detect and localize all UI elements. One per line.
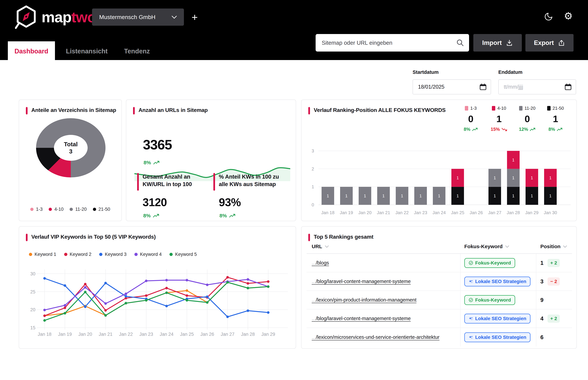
bar-legend-value: 1 [496, 113, 502, 124]
svg-text:Jan 23: Jan 23 [414, 210, 427, 215]
url-link[interactable]: .../blog/laravel-content-management-syst… [312, 279, 411, 284]
donut-center: Total 3 [54, 135, 88, 161]
client-dropdown[interactable]: Mustermensch GmbH [92, 8, 184, 26]
export-button[interactable]: Export [525, 34, 573, 52]
column-header-url[interactable]: URL [307, 244, 461, 249]
legend-label: 4-10 [497, 106, 506, 111]
badge-label: Fokus-Keyword [475, 260, 511, 266]
bar-legend-key: 4-10 [492, 106, 506, 111]
card-url-count: Anzahl an URLs in Sitemap 3365 8% Gesamt… [126, 99, 296, 221]
svg-text:Jan 18: Jan 18 [38, 332, 51, 337]
delta-value: 15% [491, 127, 500, 132]
legend-label: 1-3 [36, 207, 42, 212]
chevron-down-icon [325, 246, 329, 248]
legend-label: 21-50 [553, 106, 564, 111]
submetric-value: 93% [219, 196, 288, 209]
svg-text:1: 1 [456, 175, 459, 180]
submetric-value: 3120 [143, 196, 212, 209]
column-header-fokus-keyword[interactable]: Fokus-Keyword [461, 244, 536, 249]
svg-text:Jan 21: Jan 21 [99, 332, 113, 337]
url-path: /lexicon/pim-product-information-managem… [316, 297, 417, 303]
import-button-label: Import [482, 39, 502, 46]
add-project-button[interactable]: + [188, 10, 201, 24]
trending-up-icon [557, 127, 563, 132]
svg-text:1: 1 [512, 175, 514, 180]
url-cell: .../lexicon/microservices-und-service-or… [307, 328, 461, 346]
lokale-seo-badge: Lokale SEO Strategien [464, 314, 531, 323]
accent-bar [133, 107, 135, 114]
url-prefix: ... [312, 279, 316, 284]
card-top-rankings: Top 5 Rankings gesamt URL Fokus-Keyword … [301, 226, 577, 349]
fokus-keyword-badge: Fokus-Keyword [464, 295, 515, 305]
card-vip-keywords: Verlauf VIP Keywords in Top 50 (5 VIP Ke… [19, 226, 296, 349]
delta-value: 12% [519, 127, 528, 132]
brand-word-map: map [41, 9, 71, 25]
tab-listenansicht[interactable]: Listenansicht [61, 41, 112, 61]
start-date-input[interactable] [413, 79, 491, 95]
legend-label: 11-20 [525, 106, 536, 111]
upload-icon [558, 39, 565, 46]
end-date-input[interactable] [498, 79, 576, 95]
card-directory-share: Anteile an Verzeichnis in Sitemap Total … [19, 99, 122, 221]
url-cell: .../blog/laravel-content-management-syst… [307, 272, 461, 290]
legend-label: Keyword 2 [70, 252, 92, 257]
bar-legend-value: 0 [525, 113, 530, 124]
bar-legend-delta: 8% [464, 127, 478, 132]
app-header: maptwo Mustermensch GmbH + ⚙ Dashboard L… [0, 0, 588, 60]
fokus-keyword-cell: Lokale SEO Strategien [461, 328, 536, 346]
check-circle-icon [469, 298, 473, 302]
client-dropdown-value: Mustermensch GmbH [99, 14, 155, 20]
url-prefix: ... [312, 334, 316, 340]
url-link[interactable]: .../lexicon/microservices-und-service-or… [312, 334, 439, 340]
theme-toggle-button[interactable] [543, 11, 554, 22]
column-header-position[interactable]: Position [536, 244, 572, 249]
chevron-down-icon [172, 16, 177, 19]
table-body: .../blogsFokus-Keyword1+ 2.../blog/larav… [307, 254, 572, 346]
sitemap-search-input[interactable] [316, 34, 469, 52]
svg-text:1: 1 [312, 184, 314, 189]
svg-text:Jan 27: Jan 27 [221, 332, 234, 337]
svg-text:1: 1 [549, 175, 551, 180]
download-icon [506, 39, 513, 46]
svg-text:1: 1 [531, 193, 533, 198]
submetric-title: Gesamt Anzahl anKW/URL in top 100 [143, 173, 192, 191]
url-path: /blog/laravel-content-management-systeme [316, 279, 411, 284]
line-legend-item: Keyword 4 [134, 252, 162, 257]
import-button[interactable]: Import [473, 34, 522, 52]
svg-text:1: 1 [549, 193, 551, 198]
legend-swatch [465, 106, 468, 111]
svg-text:Jan 28: Jan 28 [241, 332, 255, 337]
legend-label: Keyword 3 [105, 252, 127, 257]
card-title: Verlauf Ranking-Position ALLE FOKUS KEYW… [314, 107, 446, 113]
card-title: Verlauf VIP Keywords in Top 50 (5 VIP Ke… [31, 234, 156, 240]
table-row: .../blogsFokus-Keyword1+ 2 [307, 254, 572, 272]
legend-label: Keyword 5 [175, 252, 197, 257]
accent-bar [26, 234, 28, 241]
url-link[interactable]: .../blog/laravel-content-management-syst… [312, 316, 411, 321]
tab-tendenz[interactable]: Tendenz [119, 41, 155, 61]
svg-text:Jan 30: Jan 30 [544, 210, 557, 215]
position-value: 6 [540, 334, 543, 341]
legend-label: Keyword 1 [35, 252, 56, 257]
trending-up-icon [153, 213, 159, 218]
delta-value: 8% [143, 213, 151, 219]
svg-text:1: 1 [345, 193, 347, 198]
url-link[interactable]: .../blogs [312, 260, 329, 266]
svg-text:Jan 29: Jan 29 [525, 210, 538, 215]
card-title-row: Anzahl an URLs in Sitemap [133, 107, 208, 114]
end-date-label: Enddatum [498, 69, 576, 75]
url-path: /blog/laravel-content-management-systeme [316, 316, 411, 321]
fokus-keyword-cell: Lokale SEO Strategien [461, 309, 536, 328]
delta-value: 8% [548, 127, 555, 132]
tab-dashboard[interactable]: Dashboard [8, 41, 55, 61]
url-link[interactable]: .../lexicon/pim-product-information-mana… [312, 297, 417, 303]
lokale-seo-badge: Lokale SEO Strategien [464, 277, 531, 286]
svg-text:Jan 20: Jan 20 [358, 210, 372, 215]
bar-legend-value: 0 [468, 113, 473, 124]
svg-text:1: 1 [364, 193, 366, 198]
badge-label: Lokale SEO Strategien [475, 316, 526, 321]
svg-text:Jan 24: Jan 24 [433, 210, 446, 215]
settings-button[interactable]: ⚙ [563, 10, 574, 22]
fokus-keyword-cell: Lokale SEO Strategien [461, 272, 536, 290]
svg-text:20: 20 [30, 307, 35, 312]
